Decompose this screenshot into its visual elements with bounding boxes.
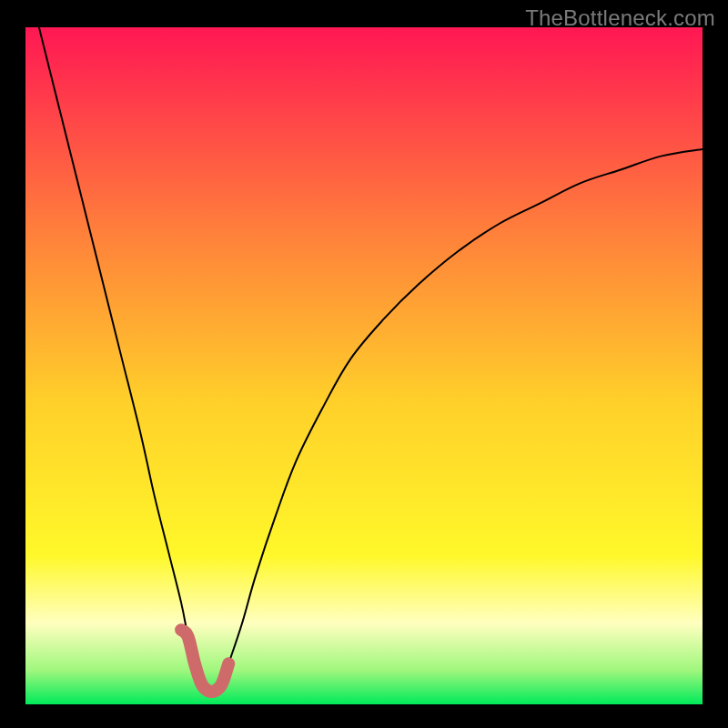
gradient-background [25, 27, 703, 704]
bottleneck-chart [25, 27, 703, 704]
chart-container: TheBottleneck.com [0, 0, 728, 728]
plot-area [25, 27, 703, 704]
